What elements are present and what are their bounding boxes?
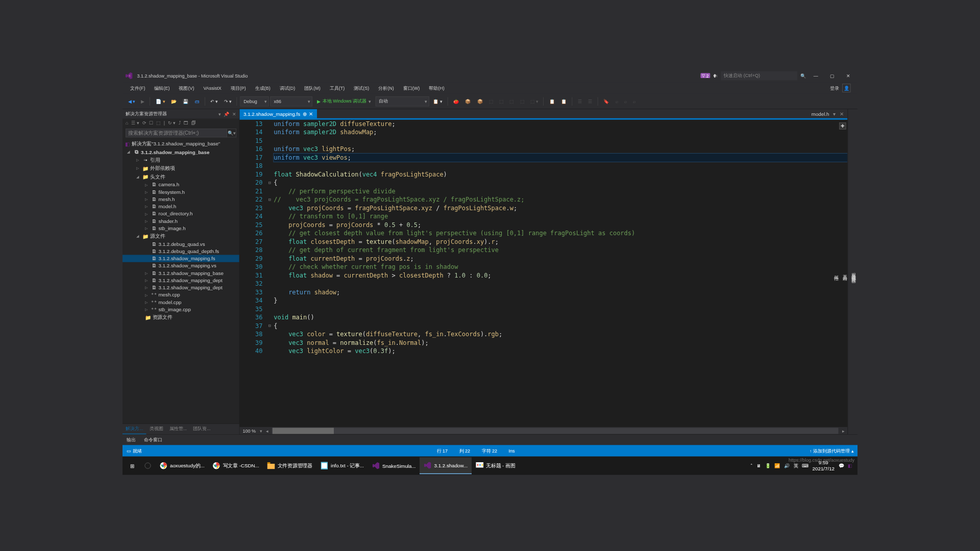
side-tab-class[interactable]: 类视图 [146, 424, 166, 434]
tab-close-icon[interactable]: ✕ [309, 111, 313, 116]
zoom-level[interactable]: 100 % [243, 428, 256, 434]
minimize-button[interactable]: — [810, 70, 823, 81]
tree-file[interactable]: 🗎3.1.2.debug_quad_depth.fs [122, 247, 239, 255]
menu-build[interactable]: 生成(B) [251, 83, 275, 93]
menu-team[interactable]: 团队(M) [300, 83, 325, 93]
bottom-tab-command[interactable]: 命令窗口 [143, 435, 163, 445]
refs-node[interactable]: ▷▫▪引用 [122, 156, 239, 164]
tray-battery-icon[interactable]: 🔋 [765, 463, 771, 469]
solution-search-go[interactable]: 🔍▾ [227, 129, 236, 137]
tb-icon-15[interactable]: ⌕ [631, 97, 638, 106]
editor-plus-icon[interactable]: ✚ [839, 122, 846, 130]
config-dropdown[interactable]: Debug [240, 96, 269, 107]
tb-icon-12[interactable]: ☰ [586, 97, 595, 106]
taskbar-app[interactable]: 3.1.2.shadow... [420, 457, 472, 474]
panel-close-icon[interactable]: ✕ [232, 111, 236, 117]
menu-edit[interactable]: 编辑(E) [150, 83, 174, 93]
tree-file[interactable]: 🗎3.1.2.shadow_mapping.vs [122, 262, 239, 269]
search-button[interactable] [141, 457, 155, 474]
zoom-arrow-icon[interactable]: ▾ [260, 428, 262, 434]
taskbar-app[interactable]: 文件资源管理器 [263, 457, 316, 474]
tray-icon-1[interactable]: 🖥 [756, 463, 761, 469]
tray-icon-2[interactable]: ◧ [848, 463, 852, 469]
tb-icon-5[interactable]: ⬚ [497, 97, 506, 106]
tray-ime[interactable]: 英 [794, 462, 798, 469]
search-icon[interactable]: 🔍 [800, 73, 806, 79]
se-icon-3[interactable]: ☐ [149, 120, 153, 126]
tree-file[interactable]: ▷🗎shader.h [122, 217, 239, 224]
taskbar-app[interactable]: 写文章 -CSDN... [208, 457, 263, 474]
run-debugger-button[interactable]: ▶本地 Windows 调试器▾ [314, 97, 374, 106]
source-control-button[interactable]: ↑添加到源代码管理 ▴ [810, 447, 854, 454]
menu-vassistx[interactable]: VAssistX [199, 84, 226, 92]
nav-context[interactable]: model.h [812, 111, 829, 116]
tb-icon-2[interactable]: 📦 [463, 97, 473, 106]
undo-button[interactable]: ↶ ▾ [208, 97, 220, 106]
tb-icon-3[interactable]: 📦 [475, 97, 485, 106]
tree-file[interactable]: ▷⁺⁺stb_image.cpp [122, 306, 239, 313]
redo-button[interactable]: ↷ ▾ [222, 97, 234, 106]
tree-file[interactable]: ▷🗎root_directory.h [122, 210, 239, 217]
tb-icon-7[interactable]: ⬚ [518, 97, 526, 106]
vtab-properties[interactable]: 属性 [832, 269, 840, 277]
open-button[interactable]: 📂 [169, 97, 179, 106]
quick-launch-input[interactable]: 快速启动 (Ctrl+Q) [721, 71, 797, 80]
maximize-button[interactable]: ▢ [825, 70, 839, 81]
tree-file[interactable]: ▷🗎3.1.2.shadow_mapping_base [122, 269, 239, 277]
side-tab-props[interactable]: 属性管... [166, 424, 190, 434]
tray-keyboard-icon[interactable]: ⌨ [802, 463, 808, 469]
se-icon-5[interactable]: ↻ ▾ [168, 120, 176, 126]
se-icon-7[interactable]: 🗔 [184, 120, 188, 126]
tree-file[interactable]: ▷🗎mesh.h [122, 195, 239, 203]
menu-help[interactable]: 帮助(H) [424, 83, 449, 93]
tb-icon-9[interactable]: 📋 [547, 97, 557, 106]
se-icon-6[interactable]: ⤴ [179, 120, 181, 126]
tb-icon-8[interactable]: ⬚ ▾ [528, 97, 540, 106]
user-avatar-icon[interactable]: 👤 [842, 84, 851, 92]
tree-file[interactable]: ▷🗎camera.h [122, 181, 239, 188]
tb-icon-14[interactable]: ⌕ [622, 97, 629, 106]
menu-project[interactable]: 项目(P) [226, 83, 251, 93]
se-icon-2[interactable]: ⟳ [142, 120, 146, 126]
tray-notifications-icon[interactable]: 💬 [839, 463, 844, 469]
platform-dropdown[interactable]: x86 [271, 96, 313, 107]
nav-back-button[interactable]: ◀ ▾ [126, 97, 137, 106]
notification-badge[interactable]: ▽ 2 [700, 73, 710, 78]
feedback-icon[interactable]: 🗣 [713, 73, 718, 79]
nav-close-icon[interactable]: ✕ [840, 111, 844, 116]
start-button[interactable]: ⊞ [124, 457, 140, 474]
nav-dropdown-icon[interactable]: ▾ [833, 111, 836, 116]
solution-search-input[interactable] [126, 129, 227, 137]
sources-node[interactable]: ◢📁源文件 [122, 232, 239, 241]
panel-dropdown-icon[interactable]: ▾ [218, 111, 221, 117]
tree-file[interactable]: ▷🗎3.1.2.shadow_mapping_dept [122, 284, 239, 291]
se-icon-1[interactable]: ☰ ▾ [131, 120, 139, 126]
tree-file[interactable]: ▷🗎model.h [122, 203, 239, 210]
menu-view[interactable]: 视图(V) [174, 83, 199, 93]
headers-node[interactable]: ◢📁头文件 [122, 172, 239, 181]
bottom-tab-output[interactable]: 输出 [126, 435, 136, 445]
menu-file[interactable]: 文件(F) [126, 83, 150, 93]
tree-file[interactable]: ▷🗎stb_image.h [122, 224, 239, 232]
menu-window[interactable]: 窗口(W) [399, 83, 424, 93]
tab-pin-icon[interactable]: ⊕ [303, 111, 307, 116]
tb-icon-10[interactable]: 📋 [559, 97, 569, 106]
taskbar-app[interactable]: info.txt - 记事... [316, 457, 368, 474]
tb-tomato-icon[interactable]: 🍅 [451, 97, 461, 106]
ext-node[interactable]: ▷📁外部依赖项 [122, 164, 239, 173]
taskbar-app[interactable]: SnakeSimula... [368, 457, 420, 474]
project-node[interactable]: ◢⧉3.1.2.shadow_mapping_base [122, 148, 239, 156]
tree-file[interactable]: ▷⁺⁺mesh.cpp [122, 291, 239, 298]
taskbar-app[interactable]: aoxuestudy的... [156, 457, 209, 474]
tb-icon-13[interactable]: ⌕ [613, 97, 620, 106]
tree-file[interactable]: ▷🗎filesystem.h [122, 188, 239, 195]
taskbar-app[interactable]: 无标题 - 画图 [472, 457, 519, 474]
menu-test[interactable]: 测试(S) [349, 83, 374, 93]
tray-up-icon[interactable]: ˄ [750, 463, 753, 469]
close-button[interactable]: ✕ [842, 70, 855, 81]
side-tab-solution[interactable]: 解决方... [122, 424, 146, 434]
tree-file[interactable]: ▷🗎3.1.2.shadow_mapping_dept [122, 277, 239, 284]
tb-bookmark-icon[interactable]: 🔖 [601, 97, 611, 106]
vtab-server[interactable]: 服务器资源管理器 [849, 266, 857, 279]
menu-tools[interactable]: 工具(T) [325, 83, 349, 93]
